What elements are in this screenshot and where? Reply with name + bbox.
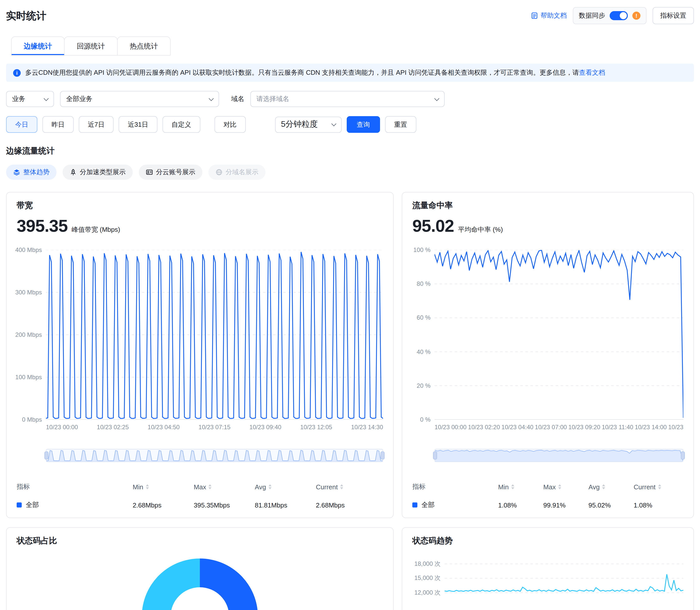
metric-settings-button[interactable]: 指标设置 (653, 7, 694, 24)
business-type-select[interactable]: 业务 (6, 91, 54, 107)
hit-rate-line-chart (435, 250, 683, 420)
col-header-max[interactable]: Max (543, 483, 588, 491)
tab-origin-stats[interactable]: 回源统计 (64, 36, 118, 55)
sort-icon[interactable] (209, 484, 212, 489)
sort-icon[interactable] (268, 484, 271, 489)
series-swatch (17, 502, 22, 508)
toggle-knob (620, 12, 627, 19)
hit-rate-x-axis: 10/23 00:0010/23 02:2010/23 04:4010/23 0… (412, 424, 683, 431)
info-icon: i (13, 69, 21, 77)
bandwidth-stats-table: 指标 Min Max Avg Current 全部 2.68Mbps 395.3… (17, 482, 383, 510)
hit-rate-brush-sparkline (435, 449, 683, 462)
time-range-7d[interactable]: 近7日 (79, 116, 114, 133)
time-range-yesterday[interactable]: 昨日 (43, 116, 74, 133)
col-header-min[interactable]: Min (133, 483, 194, 491)
compare-button[interactable]: 对比 (214, 116, 246, 133)
chevron-down-icon (209, 96, 214, 101)
chip-by-cloud-account[interactable]: 分云账号展示 (139, 165, 202, 180)
granularity-select[interactable]: 5分钟粒度 (275, 116, 341, 132)
max-value: 395.35Mbps (194, 501, 255, 509)
status-code-trend-title: 状态码趋势 (412, 536, 683, 546)
sort-icon[interactable] (511, 484, 514, 489)
header-actions: 帮助文档 数据同步 ! 指标设置 (531, 7, 694, 24)
hit-rate-card: 流量命中率 95.02 平均命中率 (%) 0 %20 %40 %60 %80 … (402, 192, 694, 518)
section-title: 边缘流量统计 (6, 146, 694, 157)
page-title: 实时统计 (6, 9, 47, 22)
brush-handle-right[interactable] (681, 451, 685, 460)
layers-icon (13, 168, 20, 176)
chevron-down-icon (331, 121, 336, 126)
sort-icon[interactable] (340, 484, 344, 489)
banner-text: 多云CDN使用您提供的 API 访问凭证调用云服务商的 API 以获取实时统计数… (25, 68, 605, 77)
status-trend-y-axis: 12,000 次15,000 次18,000 次 (412, 549, 445, 610)
hit-rate-avg-value: 95.02 (412, 216, 454, 236)
time-range-today[interactable]: 今日 (6, 116, 37, 133)
time-controls: 今日 昨日 近7日 近31日 自定义 对比 5分钟粒度 查询 重置 (6, 116, 694, 133)
sort-icon[interactable] (558, 484, 561, 489)
chip-overall-trend[interactable]: 整体趋势 (6, 165, 56, 180)
table-row: 全部 2.68Mbps 395.35Mbps 81.81Mbps 2.68Mbp… (17, 500, 383, 510)
globe-icon (216, 168, 222, 176)
hit-rate-brush[interactable] (435, 449, 683, 462)
col-header-current[interactable]: Current (316, 483, 383, 491)
chip-by-accel-type[interactable]: 分加速类型展示 (63, 165, 133, 180)
sort-icon[interactable] (146, 484, 149, 489)
id-card-icon (146, 168, 153, 176)
sort-icon[interactable] (658, 484, 661, 489)
series-label: 全部 (421, 500, 435, 510)
series-swatch (412, 502, 417, 508)
col-header-current[interactable]: Current (634, 483, 683, 491)
bandwidth-y-axis: 0 Mbps100 Mbps200 Mbps300 Mbps400 Mbps (17, 250, 46, 420)
bandwidth-brush-sparkline (47, 449, 383, 462)
bandwidth-brush[interactable] (46, 449, 383, 462)
warning-icon[interactable]: ! (632, 12, 640, 20)
view-docs-link[interactable]: 查看文档 (579, 69, 605, 76)
brush-handle-right[interactable] (381, 451, 385, 460)
col-header-max[interactable]: Max (194, 483, 255, 491)
current-value: 1.08% (634, 501, 683, 509)
chevron-down-icon (44, 96, 49, 101)
data-sync-group: 数据同步 ! (573, 7, 647, 24)
sort-icon[interactable] (602, 484, 605, 489)
info-banner: i 多云CDN使用您提供的 API 访问凭证调用云服务商的 API 以获取实时统… (6, 64, 694, 82)
data-sync-label: 数据同步 (579, 11, 605, 20)
tab-hotspot-stats[interactable]: 热点统计 (117, 36, 171, 55)
col-header-metric: 指标 (17, 482, 133, 491)
col-header-avg[interactable]: Avg (255, 483, 316, 491)
hit-rate-stats-table: 指标 Min Max Avg Current 全部 1.08% 99.91% 9… (412, 482, 683, 510)
col-header-metric: 指标 (412, 482, 498, 491)
hit-rate-card-title: 流量命中率 (412, 200, 683, 211)
header: 实时统计 帮助文档 数据同步 ! 指标设置 (6, 7, 694, 24)
status-code-trend-card: 状态码趋势 12,000 次15,000 次18,000 次 (402, 527, 694, 610)
bandwidth-line-chart (46, 250, 383, 420)
col-header-min[interactable]: Min (498, 483, 543, 491)
reset-button[interactable]: 重置 (385, 116, 416, 133)
data-sync-toggle[interactable] (610, 11, 628, 20)
bandwidth-peak-value: 395.35 (17, 216, 68, 236)
status-code-ratio-title: 状态码占比 (17, 536, 383, 546)
brush-handle-left[interactable] (45, 451, 48, 460)
business-select[interactable]: 全部业务 (60, 91, 219, 107)
status-trend-line-chart (445, 549, 683, 610)
tab-bar: 边缘统计 回源统计 热点统计 (11, 36, 694, 55)
domain-select[interactable]: 请选择域名 (250, 91, 445, 107)
help-doc-link[interactable]: 帮助文档 (531, 11, 567, 20)
min-value: 2.68Mbps (133, 501, 194, 509)
current-value: 2.68Mbps (316, 501, 383, 509)
document-icon (531, 12, 538, 19)
filter-row: 业务 全部业务 域名 请选择域名 (6, 91, 694, 107)
time-range-custom[interactable]: 自定义 (162, 116, 200, 133)
tab-edge-stats[interactable]: 边缘统计 (11, 36, 65, 55)
bandwidth-peak-label: 峰值带宽 (Mbps) (72, 225, 120, 234)
avg-value: 81.81Mbps (255, 501, 316, 509)
bandwidth-x-axis: 10/23 00:0010/23 02:2510/23 04:5010/23 0… (17, 424, 383, 431)
query-button[interactable]: 查询 (347, 116, 380, 133)
bandwidth-card-title: 带宽 (17, 200, 383, 211)
hit-rate-y-axis: 0 %20 %40 %60 %80 %100 % (412, 250, 435, 420)
col-header-avg[interactable]: Avg (588, 483, 634, 491)
status-code-donut-chart (142, 559, 258, 610)
brush-handle-left[interactable] (433, 451, 437, 460)
time-range-31d[interactable]: 近31日 (119, 116, 157, 133)
max-value: 99.91% (543, 501, 588, 509)
avg-value: 95.02% (588, 501, 634, 509)
